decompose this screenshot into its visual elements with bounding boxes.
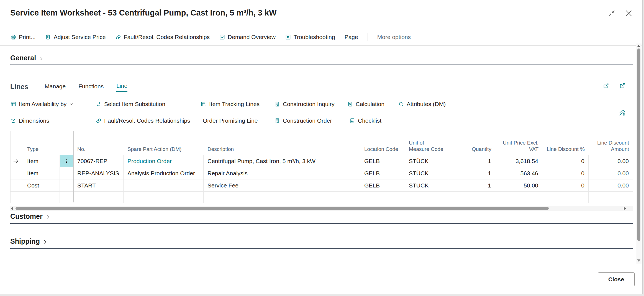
cell-line-discount-pct[interactable]: 0: [542, 155, 589, 167]
cell-unit-price-excl-vat[interactable]: [495, 192, 542, 203]
troubleshooting-button[interactable]: Troubleshooting: [285, 34, 335, 40]
scroll-up-arrow-icon[interactable]: [637, 45, 640, 47]
select-item-substitution-label: Select Item Substitution: [104, 101, 165, 107]
cell-unit-price-excl-vat[interactable]: 3,618.54: [495, 155, 542, 167]
checklist-button[interactable]: Checklist: [349, 115, 381, 127]
column-header-location-code[interactable]: Location Code: [360, 131, 405, 155]
vertical-scrollbar-thumb[interactable]: [637, 48, 640, 241]
horizontal-scrollbar-thumb[interactable]: [16, 207, 549, 210]
column-header-quantity[interactable]: Quantity: [449, 131, 495, 155]
row-marker: [11, 167, 21, 179]
fault-resol-codes-relationships-button[interactable]: Fault/Resol. Codes Relationships: [115, 34, 210, 40]
dimensions-button[interactable]: Dimensions: [10, 115, 49, 127]
cell-no[interactable]: 70067-REP: [73, 155, 124, 167]
cell-location-code[interactable]: GELB: [360, 155, 405, 167]
cell-description[interactable]: [204, 192, 360, 203]
cell-location-code[interactable]: [360, 192, 405, 203]
item-availability-by-button[interactable]: Item Availability by: [10, 98, 73, 110]
cell-quantity[interactable]: 1: [449, 167, 495, 179]
cell-type[interactable]: Item: [21, 167, 60, 179]
grid-header-row: Type No. Spare Part Action (DM) Descript…: [11, 131, 633, 155]
column-header-unit-price-excl-vat[interactable]: Unit Price Excl. VAT: [495, 131, 542, 155]
cell-quantity[interactable]: 1: [449, 179, 495, 192]
shipping-section-header[interactable]: Shipping: [10, 237, 47, 245]
vertical-scrollbar[interactable]: [636, 43, 642, 264]
item-tracking-lines-button[interactable]: Item Tracking Lines: [201, 98, 260, 110]
cell-line-discount-amount[interactable]: [589, 192, 633, 203]
row-options-menu[interactable]: [60, 155, 73, 167]
column-header-no[interactable]: No.: [73, 131, 124, 155]
unpin-part-button[interactable]: [619, 109, 626, 116]
column-header-type[interactable]: Type: [21, 131, 60, 155]
cell-no[interactable]: REP-ANALYSIS: [73, 167, 124, 179]
cell-unit-of-measure-code[interactable]: STÜCK: [405, 179, 449, 192]
column-header-description[interactable]: Description: [204, 131, 360, 155]
construction-order-button[interactable]: Construction Order: [274, 115, 332, 127]
cell-location-code[interactable]: GELB: [360, 167, 405, 179]
tab-line[interactable]: Line: [116, 81, 127, 92]
scroll-left-arrow-icon[interactable]: [11, 207, 13, 210]
close-button[interactable]: Close: [598, 272, 635, 286]
cell-line-discount-amount[interactable]: 0.00: [589, 167, 633, 179]
customer-section-divider: [10, 223, 633, 224]
cell-line-discount-amount[interactable]: 0.00: [589, 155, 633, 167]
row-options-menu[interactable]: [60, 167, 73, 179]
print-button[interactable]: Print...: [10, 34, 36, 40]
adjust-service-price-button[interactable]: Adjust Service Price: [45, 34, 106, 40]
page-menu-button[interactable]: Page: [345, 34, 358, 40]
more-options-button[interactable]: More options: [377, 34, 411, 40]
cell-description[interactable]: Repair Analysis: [204, 167, 360, 179]
column-header-line-discount-amount[interactable]: Line Discount Amount: [589, 131, 633, 155]
cell-type[interactable]: Cost: [21, 179, 60, 192]
attributes-dm-label: Attributes (DM): [407, 101, 446, 107]
shipping-section-divider: [10, 248, 633, 249]
demand-overview-button[interactable]: Demand Overview: [219, 34, 276, 40]
close-window-button[interactable]: [624, 8, 634, 18]
checklist-icon: [349, 118, 355, 124]
general-section-header[interactable]: General: [10, 54, 43, 62]
cell-unit-of-measure-code[interactable]: STÜCK: [405, 155, 449, 167]
column-header-line-discount-pct[interactable]: Line Discount %: [542, 131, 589, 155]
cell-line-discount-pct[interactable]: 0: [542, 179, 589, 192]
cell-no[interactable]: [73, 192, 124, 203]
troubleshooting-icon: [285, 34, 291, 40]
cell-spare-part-action[interactable]: [124, 179, 204, 192]
select-item-substitution-button[interactable]: Select Item Substitution: [96, 98, 165, 110]
fault-resol-codes-relationships-line-button[interactable]: Fault/Resol. Codes Relationships: [96, 115, 190, 127]
cell-spare-part-action[interactable]: Analysis Production Order: [124, 167, 204, 179]
cell-location-code[interactable]: GELB: [360, 179, 405, 192]
cell-line-discount-amount[interactable]: 0.00: [589, 179, 633, 192]
cell-spare-part-action[interactable]: [124, 192, 204, 203]
scroll-down-arrow-icon[interactable]: [637, 259, 640, 262]
column-header-unit-of-measure-code[interactable]: Unit of Measure Code: [405, 131, 449, 155]
construction-inquiry-button[interactable]: Construction Inquiry: [274, 98, 335, 110]
cell-type[interactable]: Item: [21, 155, 60, 167]
row-options-menu[interactable]: [60, 179, 73, 192]
open-in-new-window-button[interactable]: [619, 82, 626, 89]
order-promising-line-button[interactable]: Order Promising Line: [203, 115, 258, 127]
cell-unit-of-measure-code[interactable]: STÜCK: [405, 167, 449, 179]
cell-description[interactable]: Centrifugal Pump, Cast Iron, 5 m³/h, 3 k…: [204, 155, 360, 167]
customer-section-header[interactable]: Customer: [10, 212, 50, 220]
cell-unit-of-measure-code[interactable]: [405, 192, 449, 203]
cell-spare-part-action-link[interactable]: Production Order: [124, 155, 204, 167]
cell-type[interactable]: [21, 192, 60, 203]
scroll-right-arrow-icon[interactable]: [624, 207, 626, 210]
attributes-dm-button[interactable]: Attributes (DM): [398, 98, 446, 110]
restore-window-button[interactable]: [607, 8, 617, 18]
cell-unit-price-excl-vat[interactable]: 50.00: [495, 179, 542, 192]
tab-manage[interactable]: Manage: [45, 82, 66, 92]
cell-description[interactable]: Service Fee: [204, 179, 360, 192]
cell-line-discount-pct[interactable]: 0: [542, 167, 589, 179]
share-button[interactable]: [603, 82, 610, 89]
cell-quantity[interactable]: [449, 192, 495, 203]
cell-quantity[interactable]: 1: [449, 155, 495, 167]
calculation-button[interactable]: Calculation: [347, 98, 384, 110]
cell-line-discount-pct[interactable]: [542, 192, 589, 203]
tab-functions[interactable]: Functions: [78, 82, 104, 92]
column-header-spare-part-action[interactable]: Spare Part Action (DM): [124, 131, 204, 155]
cell-no[interactable]: START: [73, 179, 124, 192]
cell-unit-price-excl-vat[interactable]: 563.46: [495, 167, 542, 179]
page-title: Service Item Worksheet - 53 Centrifugal …: [10, 8, 277, 17]
horizontal-scrollbar[interactable]: [10, 206, 633, 211]
